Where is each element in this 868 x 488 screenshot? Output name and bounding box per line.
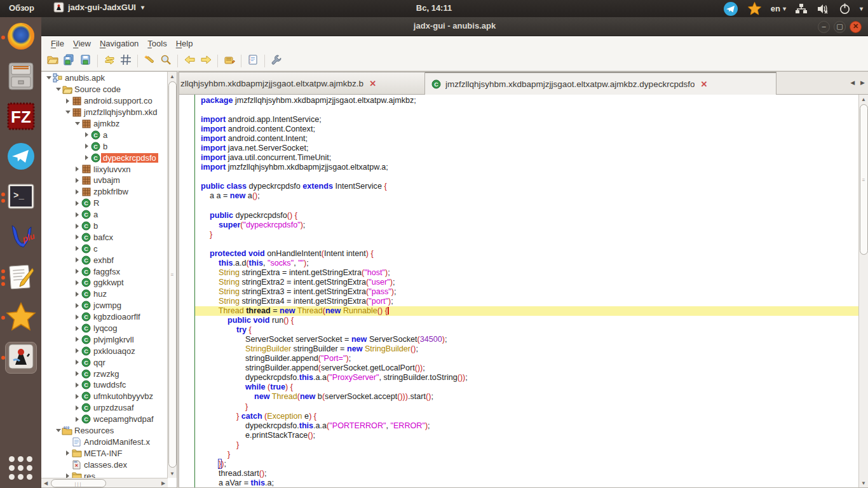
tree-item-a[interactable]: Ca (41, 209, 168, 220)
tree-expander[interactable] (55, 88, 62, 91)
volume-muted-icon[interactable] (817, 3, 830, 15)
scroll-left-arrow[interactable]: ◀ (41, 478, 50, 487)
tabs-scroll-right-icon[interactable]: ▶ (860, 79, 865, 86)
tree-item-jcwmpg[interactable]: Cjcwmpg (41, 300, 168, 311)
launcher-item-notes[interactable] (0, 257, 41, 297)
tree-item-ajmkbz[interactable]: ajmkbz (41, 118, 168, 130)
tree-item-uvbajm[interactable]: uvbajm (41, 175, 168, 186)
code-line[interactable]: String stringExtra4 = intent.getStringEx… (179, 297, 858, 306)
code-line[interactable]: super("dypeckrcpdsfo"); (179, 220, 858, 230)
tree-expander[interactable] (74, 212, 81, 217)
tree-expander[interactable] (64, 473, 71, 478)
tree-item-lyqcog[interactable]: Clyqcog (41, 323, 168, 334)
code-line[interactable] (179, 172, 858, 182)
titlebar[interactable]: jadx-gui - anubis.apk – ▢ ✕ (41, 17, 868, 36)
tree-expander[interactable] (74, 246, 81, 251)
tree-expander[interactable] (64, 451, 71, 456)
chevron-down-icon[interactable]: ▾ (860, 5, 863, 12)
code-line[interactable]: this.a.d(this, "socks", ""); (179, 259, 858, 268)
project-tree[interactable]: anubis.apk Source code android.support.c… (41, 72, 168, 478)
minimize-button[interactable]: – (818, 21, 830, 33)
tree-expander[interactable] (74, 178, 81, 183)
tree-item-tuwddsfc[interactable]: Ctuwddsfc (41, 379, 168, 391)
tree-vertical-scrollbar[interactable]: ▲ ≡ ▼ (167, 72, 177, 478)
show-apps-button[interactable] (0, 451, 41, 484)
class-search-button[interactable] (158, 53, 174, 69)
menu-view[interactable]: View (69, 37, 95, 50)
forward-button[interactable] (198, 53, 214, 69)
tree-item-source-code[interactable]: Source code (41, 84, 168, 95)
launcher-item-star-app[interactable] (0, 297, 41, 337)
code-line[interactable]: package jmzfzllqhjsyhbm.xkdbapmjzjjsgaot… (179, 96, 858, 105)
code-line[interactable] (179, 105, 858, 115)
activities-button[interactable]: Обзор (9, 3, 34, 13)
tree-expander[interactable] (64, 111, 71, 114)
tree-expander[interactable] (55, 429, 62, 432)
save-all-button[interactable] (61, 53, 78, 69)
text-search-button[interactable] (141, 53, 158, 69)
code-line[interactable]: } (179, 440, 858, 450)
tree-expander[interactable] (74, 201, 81, 206)
tree-item-classes-dex[interactable]: ✕classes.dex (41, 459, 168, 470)
code-line[interactable]: import java.net.ServerSocket; (179, 144, 858, 153)
code-line[interactable]: try { (179, 325, 858, 335)
tree-expander[interactable] (74, 326, 81, 331)
tree-item-meta-inf[interactable]: META-INF (41, 447, 168, 459)
tree-expander[interactable] (74, 257, 81, 262)
reload-button[interactable] (101, 53, 118, 69)
tree-item-plvjmlgkrvll[interactable]: Cplvjmlgkrvll (41, 334, 168, 345)
maximize-button[interactable]: ▢ (834, 21, 846, 33)
code-line[interactable]: e.printStackTrace(); (179, 431, 858, 440)
launcher-item-filezilla[interactable]: FZ (0, 97, 41, 137)
tree-item-qqr[interactable]: Cqqr (41, 356, 168, 368)
open-file-button[interactable] (44, 53, 61, 69)
tree-expander[interactable] (74, 371, 81, 376)
tree-expander[interactable] (74, 337, 81, 342)
tree-expander[interactable] (45, 76, 52, 79)
launcher-item-firefox[interactable] (0, 17, 41, 57)
scroll-down-arrow[interactable]: ▼ (859, 478, 868, 487)
code-line[interactable]: }); (179, 459, 858, 469)
code-line[interactable]: import jmzfzllqhjsyhbm.xkdbapmjzjjsgaot.… (179, 163, 858, 172)
tree-expander[interactable] (83, 155, 90, 160)
tree-item-a[interactable]: Ca (41, 129, 168, 140)
tree-item-anubis-apk[interactable]: anubis.apk (41, 72, 168, 84)
tab-close-icon[interactable]: ✕ (699, 79, 707, 89)
tree-item-resources[interactable]: 010Resources (41, 425, 168, 437)
code-line[interactable]: import java.util.concurrent.TimeUnit; (179, 153, 858, 163)
tree-item-ggkkwpt[interactable]: Cggkkwpt (41, 277, 168, 288)
launcher-item-file-cabinet[interactable] (0, 57, 41, 97)
tree-expander[interactable] (74, 234, 81, 240)
power-icon[interactable] (839, 3, 851, 15)
tree-expander[interactable] (74, 417, 81, 422)
tree-item-b[interactable]: Cb (41, 220, 168, 232)
scroll-up-arrow[interactable]: ▲ (168, 72, 177, 81)
telegram-tray-icon[interactable] (723, 1, 738, 17)
tree-expander[interactable] (74, 269, 81, 274)
save-button[interactable] (78, 53, 94, 69)
menu-help[interactable]: Help (172, 37, 198, 50)
code-line[interactable]: } catch (Exception e) { (179, 412, 858, 421)
tree-item-exhbf[interactable]: Cexhbf (41, 254, 168, 266)
code-line[interactable]: String stringExtra = intent.getStringExt… (179, 268, 858, 278)
tree-item-urpzdzusaf[interactable]: Curpzdzusaf (41, 402, 168, 414)
tree-item-huz[interactable]: Chuz (41, 288, 168, 300)
tree-expander[interactable] (83, 144, 90, 149)
code-line[interactable]: while (true) { (179, 383, 858, 392)
tree-item-bafcx[interactable]: Cbafcx (41, 231, 168, 243)
tree-expander[interactable] (74, 166, 81, 172)
close-button[interactable]: ✕ (850, 21, 862, 33)
tab-close-icon[interactable]: ✕ (368, 79, 376, 88)
code-line[interactable] (179, 240, 858, 249)
code-line[interactable]: StringBuilder stringBuilder = new String… (179, 344, 858, 354)
code-line[interactable]: } (179, 402, 858, 412)
editor-vertical-scrollbar[interactable]: ▲ ≡ ▼ (858, 95, 868, 487)
star-tray-icon[interactable] (747, 1, 762, 16)
launcher-item-jadx[interactable] (0, 337, 41, 377)
scroll-right-arrow[interactable]: ▶ (159, 478, 168, 487)
flatten-packages-button[interactable] (118, 53, 134, 69)
tree-expander[interactable] (74, 280, 81, 285)
code-editor[interactable]: package jmzfzllqhjsyhbm.xkdbapmjzjjsgaot… (179, 95, 868, 487)
launcher-item-telegram[interactable] (0, 137, 41, 177)
tree-item-rzwzkg[interactable]: Crzwzkg (41, 368, 168, 379)
